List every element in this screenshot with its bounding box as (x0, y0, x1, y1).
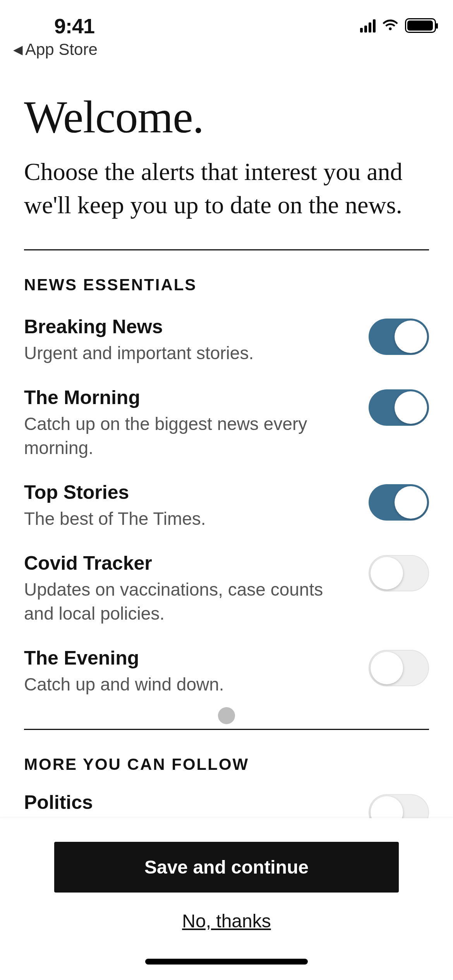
alert-title: Breaking News (24, 315, 353, 338)
alert-title: The Evening (24, 647, 353, 669)
alert-desc: Catch up on the biggest news every morni… (24, 412, 353, 460)
battery-icon (405, 18, 436, 33)
alert-desc: The best of The Times. (24, 507, 353, 531)
toggle-the-evening[interactable] (369, 650, 429, 686)
divider (24, 249, 429, 250)
toggle-breaking-news[interactable] (369, 319, 429, 355)
onboarding-content: Welcome. Choose the alerts that interest… (0, 72, 453, 841)
toggle-top-stories[interactable] (369, 484, 429, 521)
alert-title: The Morning (24, 386, 353, 409)
status-time: 9:41 (54, 14, 94, 38)
scroll-indicator-dot (218, 707, 235, 724)
welcome-title: Welcome. (24, 91, 429, 144)
alert-title: Politics (24, 791, 353, 814)
toggle-covid-tracker[interactable] (369, 555, 429, 591)
alert-row-breaking-news: Breaking News Urgent and important stori… (24, 315, 429, 365)
no-thanks-link[interactable]: No, thanks (182, 910, 271, 932)
divider (24, 729, 429, 730)
alert-title: Covid Tracker (24, 552, 353, 574)
alert-row-top-stories: Top Stories The best of The Times. (24, 481, 429, 531)
section-news-essentials: NEWS ESSENTIALS (24, 276, 429, 294)
alert-row-the-evening: The Evening Catch up and wind down. (24, 647, 429, 696)
status-right (360, 17, 436, 34)
status-bar: 9:41 ◀ App Store (0, 0, 453, 62)
cellular-signal-icon (360, 19, 376, 33)
alert-title: Top Stories (24, 481, 353, 504)
back-caret-icon: ◀ (13, 42, 23, 57)
alert-desc: Urgent and important stories. (24, 341, 353, 365)
save-and-continue-button[interactable]: Save and continue (54, 842, 399, 893)
alert-desc: Catch up and wind down. (24, 672, 353, 696)
back-to-app-store[interactable]: ◀ App Store (13, 40, 98, 59)
welcome-subhead: Choose the alerts that interest you and … (24, 155, 429, 222)
alert-row-covid-tracker: Covid Tracker Updates on vaccinations, c… (24, 552, 429, 625)
toggle-the-morning[interactable] (369, 389, 429, 426)
home-indicator (145, 959, 308, 965)
back-app-label: App Store (25, 40, 98, 59)
alert-desc: Updates on vaccinations, case counts and… (24, 577, 353, 625)
alert-row-the-morning: The Morning Catch up on the biggest news… (24, 386, 429, 460)
wifi-icon (382, 17, 399, 34)
section-more-you-can-follow: MORE YOU CAN FOLLOW (24, 755, 429, 774)
bottom-action-bar: Save and continue No, thanks (0, 818, 453, 980)
